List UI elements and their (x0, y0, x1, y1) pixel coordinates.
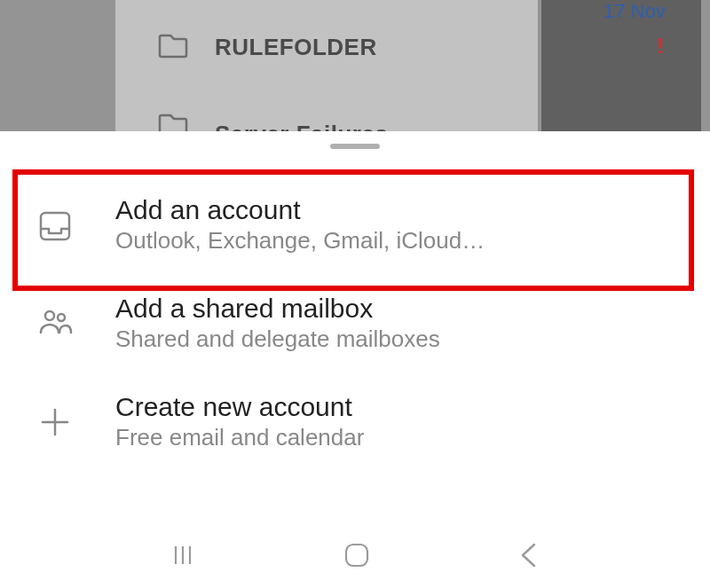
date-label: 17 Nov (604, 0, 666, 23)
folder-item-rulefolder: RULEFOLDER (158, 32, 377, 62)
add-shared-mailbox-option[interactable]: Add a shared mailbox Shared and delegate… (7, 274, 703, 372)
drag-handle[interactable] (330, 144, 380, 149)
option-title: Create new account (115, 392, 364, 422)
background-dimmed: RULEFOLDER Server Failures 17 Nov ! (0, 0, 710, 131)
svg-point-2 (58, 314, 65, 321)
background-sidebar: RULEFOLDER Server Failures (0, 0, 538, 131)
home-button[interactable] (343, 541, 371, 569)
priority-flag-icon: ! (657, 34, 664, 59)
option-title: Add a shared mailbox (115, 294, 440, 324)
background-right-pane: 17 Nov ! (541, 0, 701, 131)
svg-rect-0 (41, 213, 69, 239)
folder-icon (158, 32, 188, 62)
plus-icon (34, 401, 76, 443)
folder-label: RULEFOLDER (215, 34, 377, 61)
android-nav-bar (7, 521, 703, 588)
option-subtitle: Free email and calendar (115, 424, 364, 451)
back-button[interactable] (517, 541, 540, 569)
svg-point-1 (45, 311, 54, 320)
option-subtitle: Shared and delegate mailboxes (115, 325, 440, 353)
add-account-option[interactable]: Add an account Outlook, Exchange, Gmail,… (7, 176, 703, 274)
svg-rect-8 (346, 545, 367, 566)
bottom-sheet: Add an account Outlook, Exchange, Gmail,… (7, 131, 703, 588)
inbox-icon (34, 204, 76, 247)
option-title: Add an account (115, 195, 485, 225)
recent-apps-button[interactable] (170, 542, 196, 568)
option-subtitle: Outlook, Exchange, Gmail, iCloud… (115, 227, 485, 255)
create-new-account-option[interactable]: Create new account Free email and calend… (7, 372, 703, 471)
people-icon (34, 302, 76, 345)
